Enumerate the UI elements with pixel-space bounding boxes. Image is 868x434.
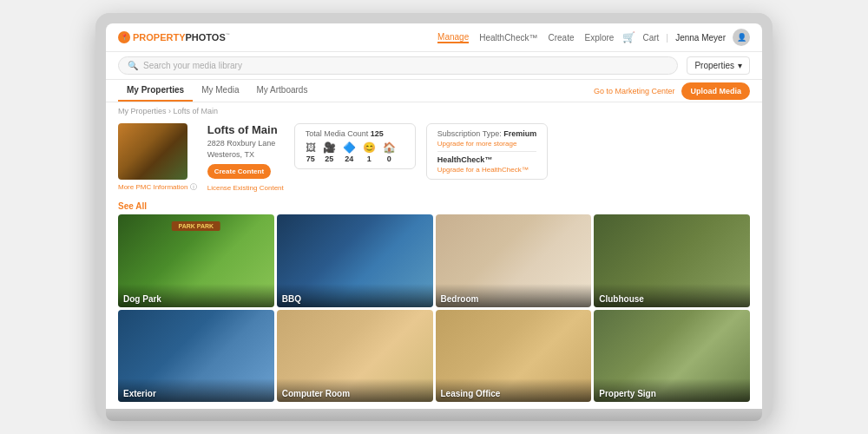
upload-media-button[interactable]: Upload Media bbox=[681, 82, 750, 100]
media-icon-videos: 🎥 25 bbox=[323, 141, 336, 163]
video-count: 25 bbox=[325, 155, 333, 163]
media-icons-row: 🖼 75 🎥 25 🔷 24 😊 1 bbox=[306, 141, 404, 163]
review-icon: 😊 bbox=[363, 141, 376, 154]
media-count-box: Total Media Count 125 🖼 75 🎥 25 bbox=[294, 123, 416, 169]
healthcheck-suffix: for a HealthCheck™ bbox=[466, 166, 529, 174]
dog-park-label: Dog Park bbox=[118, 284, 274, 307]
laptop-base bbox=[106, 409, 762, 421]
photo-clubhouse[interactable]: Clubhouse bbox=[594, 214, 750, 306]
video-icon: 🎥 bbox=[323, 141, 336, 154]
sub-title: Subscription Type: Fremium bbox=[437, 129, 536, 138]
license-link[interactable]: License Existing Content bbox=[207, 184, 284, 192]
clubhouse-label: Clubhouse bbox=[594, 284, 750, 307]
computer-room-label: Computer Room bbox=[277, 378, 433, 402]
media-count-title: Total Media Count 125 bbox=[306, 129, 404, 138]
photo-property-sign[interactable]: Property Sign bbox=[594, 310, 750, 402]
upgrade-link[interactable]: Upgrade for more storage bbox=[437, 140, 536, 148]
property-thumbnail bbox=[118, 123, 187, 180]
search-bar-row: 🔍 Search your media library Properties ▾ bbox=[106, 52, 762, 80]
property-info: Lofts of Main 2828 Roxbury Lane Westeros… bbox=[207, 123, 284, 192]
healthcheck-upgrade-link[interactable]: Upgrade bbox=[437, 166, 464, 174]
breadcrumb-separator: › bbox=[168, 107, 171, 115]
photo-computer-room[interactable]: Computer Room bbox=[277, 310, 433, 402]
tabs-row: My Properties My Media My Artboards Go t… bbox=[106, 80, 762, 102]
create-content-button[interactable]: Create Content bbox=[207, 164, 271, 179]
properties-dropdown[interactable]: Properties ▾ bbox=[687, 56, 750, 75]
sub-label: Subscription Type: bbox=[437, 129, 502, 138]
see-all-row: See All bbox=[106, 197, 762, 214]
properties-label: Properties bbox=[694, 61, 734, 70]
search-icon: 🔍 bbox=[128, 61, 138, 70]
leasing-office-label: Leasing Office bbox=[436, 378, 592, 402]
tabs: My Properties My Media My Artboards bbox=[118, 80, 316, 102]
nav-cart-label[interactable]: Cart bbox=[642, 33, 659, 43]
nav-links: Manage HealthCheck™ Create Explore bbox=[437, 32, 614, 43]
tab-my-artboards[interactable]: My Artboards bbox=[248, 80, 317, 102]
photo-bbq[interactable]: BBQ bbox=[277, 214, 433, 306]
property-name: Lofts of Main bbox=[207, 123, 284, 136]
search-placeholder: Search your media library bbox=[143, 61, 242, 70]
address-line1: 2828 Roxbury Lane bbox=[207, 139, 276, 148]
photo-bedroom[interactable]: Bedroom bbox=[436, 214, 592, 306]
see-all-link[interactable]: See All bbox=[118, 201, 147, 211]
3d-icon: 🔷 bbox=[343, 141, 356, 154]
media-count-value: 125 bbox=[371, 129, 384, 138]
laptop-screen: 📍 PROPERTYPHOTOS™ Manage HealthCheck™ Cr… bbox=[106, 23, 762, 409]
nav-icons: 🛒 Cart | Jenna Meyer 👤 bbox=[622, 29, 750, 46]
media-count-label: Total Media Count bbox=[306, 129, 369, 138]
photo-dog-park[interactable]: PARK PARK Dog Park bbox=[118, 214, 274, 306]
address-line2: Westeros, TX bbox=[207, 150, 254, 159]
logo-pin-icon: 📍 bbox=[118, 31, 130, 43]
3d-count: 24 bbox=[345, 155, 353, 163]
media-icon-3d: 🔷 24 bbox=[343, 141, 356, 163]
nav-healthcheck[interactable]: HealthCheck™ bbox=[479, 33, 537, 43]
nav-manage[interactable]: Manage bbox=[437, 32, 469, 43]
property-section: More PMC Information ⓘ Lofts of Main 282… bbox=[106, 120, 762, 197]
top-nav: 📍 PROPERTYPHOTOS™ Manage HealthCheck™ Cr… bbox=[106, 23, 762, 52]
property-address: 2828 Roxbury Lane Westeros, TX bbox=[207, 138, 284, 160]
user-name: Jenna Meyer bbox=[675, 33, 726, 43]
review-count: 1 bbox=[367, 155, 372, 163]
photo-leasing-office[interactable]: Leasing Office bbox=[436, 310, 592, 402]
go-marketing-button[interactable]: Go to Marketing Center bbox=[594, 87, 675, 95]
media-icon-photos: 🖼 75 bbox=[306, 141, 316, 163]
subscription-box: Subscription Type: Fremium Upgrade for m… bbox=[426, 123, 548, 180]
nav-create[interactable]: Create bbox=[549, 33, 575, 43]
cart-icon[interactable]: 🛒 bbox=[622, 31, 635, 43]
photo-grid: PARK PARK Dog Park BBQ Bedroom Clubhouse bbox=[106, 214, 762, 409]
sub-type: Fremium bbox=[503, 129, 536, 138]
floor-count: 0 bbox=[387, 155, 391, 163]
healthcheck-sub: Upgrade for a HealthCheck™ bbox=[437, 166, 536, 174]
photo-exterior[interactable]: Exterior bbox=[118, 310, 274, 402]
media-icon-reviews: 😊 1 bbox=[363, 141, 376, 163]
logo-property: PROPERTY bbox=[133, 32, 186, 43]
chevron-down-icon: ▾ bbox=[738, 61, 742, 70]
laptop-shell: 📍 PROPERTYPHOTOS™ Manage HealthCheck™ Cr… bbox=[95, 13, 773, 421]
breadcrumb: My Properties › Lofts of Main bbox=[106, 102, 762, 120]
property-thumb-image bbox=[118, 123, 187, 180]
exterior-label: Exterior bbox=[118, 378, 274, 402]
breadcrumb-root[interactable]: My Properties bbox=[118, 107, 167, 115]
breadcrumb-current: Lofts of Main bbox=[174, 107, 219, 115]
nav-explore[interactable]: Explore bbox=[585, 33, 615, 43]
photo-icon: 🖼 bbox=[306, 141, 316, 154]
bbq-label: BBQ bbox=[277, 284, 433, 307]
logo-text: PROPERTYPHOTOS™ bbox=[133, 32, 230, 43]
pmc-link[interactable]: More PMC Information ⓘ bbox=[118, 182, 197, 192]
avatar[interactable]: 👤 bbox=[733, 29, 750, 46]
tab-my-properties[interactable]: My Properties bbox=[118, 80, 193, 102]
floor-icon: 🏠 bbox=[383, 141, 396, 154]
pmc-label: More PMC Information bbox=[118, 183, 187, 191]
logo-photos: PHOTOS bbox=[186, 32, 226, 43]
nav-divider: | bbox=[666, 32, 668, 43]
tab-my-media[interactable]: My Media bbox=[193, 80, 247, 102]
logo: 📍 PROPERTYPHOTOS™ bbox=[118, 31, 230, 43]
property-sign-label: Property Sign bbox=[594, 378, 750, 402]
bedroom-label: Bedroom bbox=[436, 284, 592, 307]
app-container: 📍 PROPERTYPHOTOS™ Manage HealthCheck™ Cr… bbox=[106, 23, 762, 409]
photo-count: 75 bbox=[306, 155, 315, 163]
healthcheck-title: HealthCheck™ bbox=[437, 155, 536, 164]
media-icon-floor: 🏠 0 bbox=[383, 141, 396, 163]
park-sign: PARK PARK bbox=[172, 221, 221, 231]
search-box[interactable]: 🔍 Search your media library bbox=[118, 56, 678, 75]
